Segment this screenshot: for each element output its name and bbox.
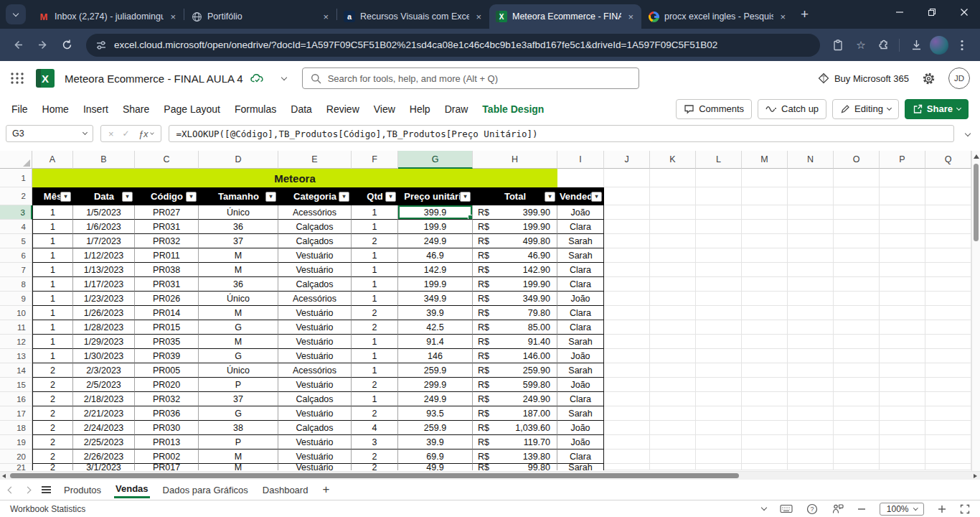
cell-Q1[interactable] (925, 169, 971, 187)
insert-function-icon[interactable]: ƒx (138, 129, 154, 139)
cell-C7[interactable]: PR038 (135, 263, 199, 277)
cell-Q13[interactable] (925, 349, 971, 363)
cell-Q12[interactable] (925, 335, 971, 349)
table-header-I[interactable]: Vendedor▾ (557, 187, 604, 205)
table-header-B[interactable]: Data▾ (73, 187, 135, 205)
cell-P2[interactable] (880, 187, 925, 205)
sheet-tab-produtos[interactable]: Produtos (62, 483, 103, 498)
cell-F20[interactable]: 2 (352, 450, 398, 464)
column-header-Q[interactable]: Q (925, 151, 971, 169)
cell-C20[interactable]: PR002 (135, 450, 199, 464)
cell-J6[interactable] (604, 248, 650, 263)
cell-N1[interactable] (788, 169, 834, 187)
cell-F4[interactable]: 1 (352, 220, 398, 234)
cell-K6[interactable] (650, 248, 696, 263)
cell-O19[interactable] (834, 435, 880, 450)
workbook-statistics[interactable]: Workbook Statistics (10, 504, 85, 514)
cell-I10[interactable]: Clara (557, 306, 604, 320)
cell-P20[interactable] (880, 450, 925, 464)
cell-P6[interactable] (880, 248, 925, 263)
row-header-15[interactable]: 15 (0, 378, 32, 392)
cell-O3[interactable] (834, 205, 880, 220)
cell-P19[interactable] (880, 435, 925, 450)
cell-A17[interactable]: 2 (32, 406, 73, 421)
cell-G13[interactable]: 146 (398, 349, 473, 363)
cell-B10[interactable]: 1/26/2023 (73, 306, 135, 320)
menu-home[interactable]: Home (42, 103, 69, 115)
cell-H11[interactable]: R$85.00 (473, 320, 557, 335)
cell-G12[interactable]: 91.4 (398, 335, 473, 349)
formula-input[interactable]: =XLOOKUP([@Código],TB_Produtos[Código],T… (169, 125, 954, 142)
cell-I5[interactable]: Sarah (557, 234, 604, 248)
title-chevron-icon[interactable] (281, 74, 286, 80)
cell-I1[interactable] (557, 169, 604, 187)
profile-avatar[interactable] (928, 34, 950, 56)
cell-K5[interactable] (650, 234, 696, 248)
cell-L2[interactable] (696, 187, 742, 205)
cell-P1[interactable] (880, 169, 925, 187)
cell-A6[interactable]: 1 (32, 248, 73, 263)
row-header-12[interactable]: 12 (0, 335, 32, 349)
cell-O11[interactable] (834, 320, 880, 335)
cell-I11[interactable]: Clara (557, 320, 604, 335)
cell-D10[interactable]: M (199, 306, 278, 320)
cell-D16[interactable]: 37 (199, 392, 278, 406)
table-header-A[interactable]: Mês▾ (32, 187, 73, 205)
cell-L6[interactable] (696, 248, 742, 263)
cell-C10[interactable]: PR014 (135, 306, 199, 320)
cell-E8[interactable]: Calçados (278, 277, 352, 292)
cell-E17[interactable]: Vestuário (278, 406, 352, 421)
cell-G19[interactable]: 39.9 (398, 435, 473, 450)
buy-microsoft-365[interactable]: Buy Microsoft 365 (818, 73, 909, 84)
cell-E4[interactable]: Calçados (278, 220, 352, 234)
cell-D17[interactable]: G (199, 406, 278, 421)
cell-D3[interactable]: Único (199, 205, 278, 220)
cell-M8[interactable] (742, 277, 788, 292)
zoom-in-icon[interactable] (938, 505, 946, 513)
cell-F13[interactable]: 1 (352, 349, 398, 363)
cell-D7[interactable]: M (199, 263, 278, 277)
cell-E16[interactable]: Calçados (278, 392, 352, 406)
cell-Q9[interactable] (925, 292, 971, 306)
column-header-I[interactable]: I (557, 151, 604, 169)
cell-A15[interactable]: 2 (32, 378, 73, 392)
row-header-13[interactable]: 13 (0, 349, 32, 363)
cell-O4[interactable] (834, 220, 880, 234)
cell-D13[interactable]: G (199, 349, 278, 363)
cell-C3[interactable]: PR027 (135, 205, 199, 220)
cell-P11[interactable] (880, 320, 925, 335)
cell-D19[interactable]: P (199, 435, 278, 450)
cell-D4[interactable]: 36 (199, 220, 278, 234)
cell-K18[interactable] (650, 421, 696, 435)
name-box[interactable]: G3 (6, 125, 93, 142)
cell-H3[interactable]: R$399.90 (473, 205, 557, 220)
cell-J12[interactable] (604, 335, 650, 349)
cell-L19[interactable] (696, 435, 742, 450)
cell-E20[interactable]: Vestuário (278, 450, 352, 464)
column-header-B[interactable]: B (73, 151, 135, 169)
cell-E5[interactable]: Calçados (278, 234, 352, 248)
cell-A8[interactable]: 1 (32, 277, 73, 292)
search-input[interactable]: Search for tools, help, and more (Alt + … (302, 67, 639, 89)
cell-N7[interactable] (788, 263, 834, 277)
cell-C19[interactable]: PR013 (135, 435, 199, 450)
cell-N3[interactable] (788, 205, 834, 220)
cell-J3[interactable] (604, 205, 650, 220)
cell-P9[interactable] (880, 292, 925, 306)
cell-E6[interactable]: Vestuário (278, 248, 352, 263)
select-all-corner[interactable] (0, 151, 32, 169)
cell-O15[interactable] (834, 378, 880, 392)
cell-N10[interactable] (788, 306, 834, 320)
cell-Q21[interactable] (925, 464, 971, 470)
site-settings-icon[interactable] (95, 39, 107, 51)
cell-A10[interactable]: 1 (32, 306, 73, 320)
cell-B15[interactable]: 2/5/2023 (73, 378, 135, 392)
scroll-up-arrow-icon[interactable] (974, 154, 979, 159)
tab-close-icon[interactable]: × (778, 11, 787, 22)
cell-C13[interactable]: PR039 (135, 349, 199, 363)
cell-P17[interactable] (880, 406, 925, 421)
horizontal-scrollbar[interactable] (0, 471, 980, 480)
cell-M7[interactable] (742, 263, 788, 277)
cell-C17[interactable]: PR036 (135, 406, 199, 421)
cell-E7[interactable]: Vestuário (278, 263, 352, 277)
